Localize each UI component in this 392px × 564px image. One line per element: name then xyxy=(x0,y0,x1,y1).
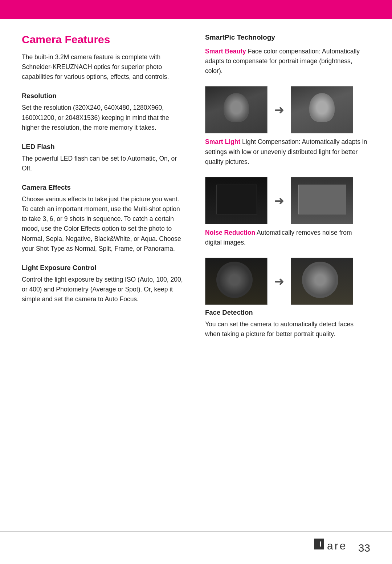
smart-beauty-label: Smart Beauty xyxy=(205,48,246,55)
light-exposure-heading: Light Exposure Control xyxy=(22,264,187,272)
noise-reduction-label: Noise Reduction xyxy=(205,229,255,236)
top-bar xyxy=(0,0,392,19)
smart-beauty-images: ➜ xyxy=(205,86,370,133)
dare-logo-svg: are xyxy=(314,539,354,554)
arrow-icon: ➜ xyxy=(274,102,284,117)
svg-rect-3 xyxy=(321,539,324,549)
svg-text:are: are xyxy=(327,540,347,552)
camera-effects-heading: Camera Effects xyxy=(22,184,187,192)
noise-before-image xyxy=(205,258,268,305)
page-title: Camera Features xyxy=(22,33,187,46)
led-flash-heading: LED Flash xyxy=(22,143,187,151)
brand-logo: are 33 xyxy=(314,539,370,557)
main-content: Camera Features The built-in 3.2M camera… xyxy=(22,26,370,528)
led-flash-body: The powerful LED flash can be set to Aut… xyxy=(22,154,187,173)
left-column: Camera Features The built-in 3.2M camera… xyxy=(22,26,187,528)
intro-text: The built-in 3.2M camera feature is comp… xyxy=(22,52,187,82)
camera-effects-body: Choose various effects to take just the … xyxy=(22,194,187,254)
noise-reduction-images: ➜ xyxy=(205,258,370,305)
noise-reduction-text: Noise Reduction Automatically removes no… xyxy=(205,228,370,247)
portrait-after-image xyxy=(291,86,353,133)
right-column: SmartPic Technology Smart Beauty Face co… xyxy=(205,26,370,528)
arrow-icon-2: ➜ xyxy=(274,193,284,208)
face-detection-body: You can set the camera to automatically … xyxy=(205,319,370,339)
smart-light-images: ➜ xyxy=(205,177,370,224)
portrait-before-image xyxy=(205,86,268,133)
brand-name: are xyxy=(314,539,354,557)
smartpic-heading: SmartPic Technology xyxy=(205,33,370,41)
noise-after-image xyxy=(291,258,353,305)
page-number: 33 xyxy=(358,542,370,554)
resolution-body: Set the resolution (320X240, 640X480, 12… xyxy=(22,103,187,132)
dark-after-image xyxy=(291,177,353,224)
footer: are 33 xyxy=(0,531,392,564)
smart-beauty-text: Smart Beauty Face color compensation: Au… xyxy=(205,47,370,76)
light-exposure-body: Control the light exposure by setting IS… xyxy=(22,275,187,304)
arrow-icon-3: ➜ xyxy=(274,274,284,289)
smart-light-text: Smart Light Light Compensation: Automati… xyxy=(205,137,370,166)
dark-before-image xyxy=(205,177,268,224)
resolution-heading: Resolution xyxy=(22,92,187,100)
face-detection-heading: Face Detection xyxy=(205,309,370,317)
smart-light-label: Smart Light xyxy=(205,138,240,145)
